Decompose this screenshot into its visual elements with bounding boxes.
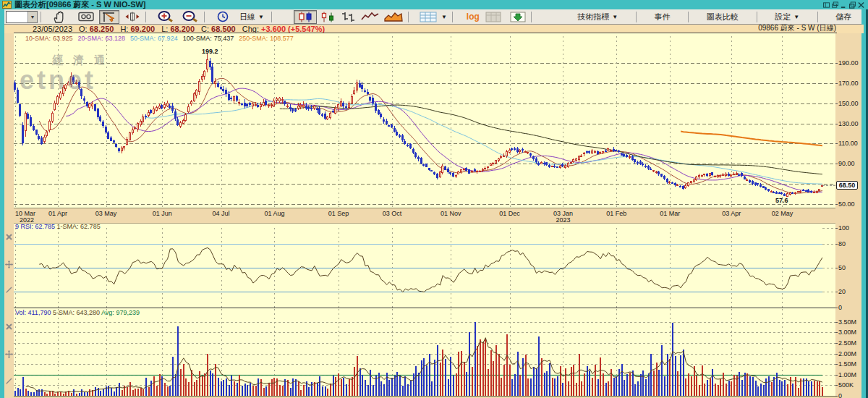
history-clock-button[interactable]	[215, 10, 231, 24]
date-axis-label: 01 Apr	[48, 210, 67, 217]
menu-settings[interactable]: 設定▼	[770, 12, 804, 22]
date-axis-label: 01 Dec	[499, 210, 520, 217]
toolbar-separator	[452, 12, 453, 22]
rsi-axis-label: 0	[838, 304, 842, 311]
volume-axis-label: 2.50M	[838, 339, 856, 347]
area-style-button[interactable]	[382, 10, 405, 24]
price-axis-label: 130.00	[838, 120, 859, 127]
zoom-in-button[interactable]	[155, 10, 176, 24]
ohlc-bars-style-button[interactable]	[339, 10, 359, 24]
volume-move-icon[interactable]	[5, 350, 13, 358]
toolbar-separator	[204, 12, 205, 22]
chart-canvas[interactable]: 190.00170.00150.00130.00110.0090.0050.00…	[0, 0, 868, 398]
menu-technical-indicators[interactable]: 技術指標▼	[573, 12, 622, 22]
volume-axis-label: 1.50M	[838, 360, 856, 368]
flag-arrow-icon	[102, 12, 116, 22]
toolbar-separator	[688, 12, 689, 22]
window-controls	[823, 1, 864, 9]
binoculars-icon	[78, 12, 94, 22]
rsi-edit-icon[interactable]	[5, 286, 13, 294]
title-bar: 圖表分析[09866 蔚來 - S W NIO-SW]	[0, 0, 868, 9]
pan-tool-button[interactable]	[51, 10, 69, 24]
snapshot-tool-button[interactable]	[76, 10, 96, 24]
zoom-out-button[interactable]	[179, 10, 201, 24]
crosshair-tool-button[interactable]	[99, 10, 119, 24]
maximize-button[interactable]	[849, 1, 856, 9]
clock-icon	[217, 11, 229, 22]
magnifier-plus-icon	[157, 11, 174, 22]
toolbar-separator	[817, 12, 818, 22]
toolbar-separator	[531, 12, 532, 22]
candle-drag-tool-button[interactable]	[122, 10, 142, 24]
disabled-table-icon	[485, 12, 501, 22]
date-axis-label: 04 Jul	[212, 210, 229, 217]
window-title: 圖表分析[09866 蔚來 - S W NIO-SW]	[14, 0, 146, 9]
volume-axis-label: 3.50M	[838, 318, 856, 326]
toolbar-separator	[757, 12, 757, 22]
date-axis-year-label: 2023	[556, 216, 570, 224]
last-price-badge: 68.50	[836, 181, 858, 190]
watermark-etnet: etnet	[20, 65, 96, 96]
volume-axis-label: 2.00M	[838, 350, 856, 357]
menu-save[interactable]: 儲存	[832, 12, 856, 22]
window-cascade-icon[interactable]	[832, 1, 838, 9]
volume-axis-label: 3.00M	[838, 329, 856, 336]
rsi-close-icon[interactable]	[5, 233, 13, 241]
volume-close-icon[interactable]	[5, 323, 13, 331]
window-tab-icon[interactable]	[823, 1, 830, 9]
volume-axis-label: 1.00M	[838, 371, 856, 378]
menu-events[interactable]: 事件	[650, 12, 674, 22]
chevron-down-icon: ▼	[612, 14, 618, 20]
sma-legend: 10-SMA:63.925 20-SMA:63.128 50-SMA:67.92…	[25, 35, 294, 42]
price-axis-label: 190.00	[838, 59, 859, 67]
price-axis-label: 170.00	[838, 80, 859, 87]
toolbar-separator	[408, 12, 409, 22]
candlestick-chart-icon	[297, 12, 314, 22]
close-button[interactable]	[858, 1, 864, 9]
combobox-dropdown-icon[interactable]: ▼	[27, 12, 37, 22]
rsi-axis-label: 80	[838, 240, 846, 247]
chart-line-icon	[3, 1, 11, 8]
price-axis-label: 90.00	[838, 160, 855, 167]
line-chart-icon	[361, 12, 380, 22]
line-style-button[interactable]	[359, 10, 382, 24]
hand-icon	[53, 11, 67, 23]
area-chart-icon	[384, 12, 403, 22]
rsi-plot-area[interactable]	[14, 223, 835, 308]
grid-layout-button[interactable]	[417, 10, 439, 24]
period-dropdown[interactable]: 日線▼	[235, 12, 268, 22]
log-scale-button[interactable]: log	[463, 10, 483, 24]
us-candlestick-style-button[interactable]	[317, 10, 339, 24]
date-axis-label: 03 Oct	[383, 210, 402, 217]
data-table-button-disabled	[483, 10, 503, 24]
volume-axis-label: 0	[838, 392, 842, 398]
date-axis-label: 01 Sep	[328, 210, 349, 217]
menu-chart-compare[interactable]: 圖表比較	[702, 12, 743, 22]
candle-drag-icon	[124, 12, 140, 22]
date-axis-label: 01 Jun	[153, 210, 172, 217]
price-axis-label: 50.00	[838, 200, 855, 208]
menu-zone: 技術指標▼ 事件 圖表比較 設定▼ 儲存	[568, 12, 861, 22]
symbol-combobox[interactable]: ▼	[6, 11, 38, 23]
volume-edit-icon[interactable]	[5, 377, 13, 385]
tab-window-icon	[823, 1, 830, 9]
grid-layout-dropdown-icon[interactable]: ▼	[439, 10, 449, 24]
magnifier-minus-icon	[182, 11, 199, 22]
export-button[interactable]	[508, 10, 528, 24]
cascade-windows-icon	[832, 1, 838, 9]
maximize-icon	[849, 1, 856, 9]
candlestick-style-button[interactable]	[294, 10, 317, 24]
minimize-icon	[841, 1, 847, 9]
grid-table-icon	[420, 12, 437, 22]
minimize-button[interactable]	[841, 1, 847, 9]
volume-axis-label: 500K	[838, 381, 854, 389]
instrument-name: 09866 蔚來 - S W (日線)	[758, 24, 836, 33]
date-axis-label: 01 Feb	[606, 210, 626, 217]
rsi-axis-label: 50	[838, 264, 846, 271]
chevron-down-icon: ▼	[793, 14, 799, 20]
price-plot-area[interactable]	[14, 33, 835, 208]
rsi-move-icon[interactable]	[5, 261, 13, 268]
export-download-icon	[510, 12, 526, 22]
low-price-annotation: 57.6	[775, 197, 788, 204]
app-icon	[2, 1, 12, 9]
